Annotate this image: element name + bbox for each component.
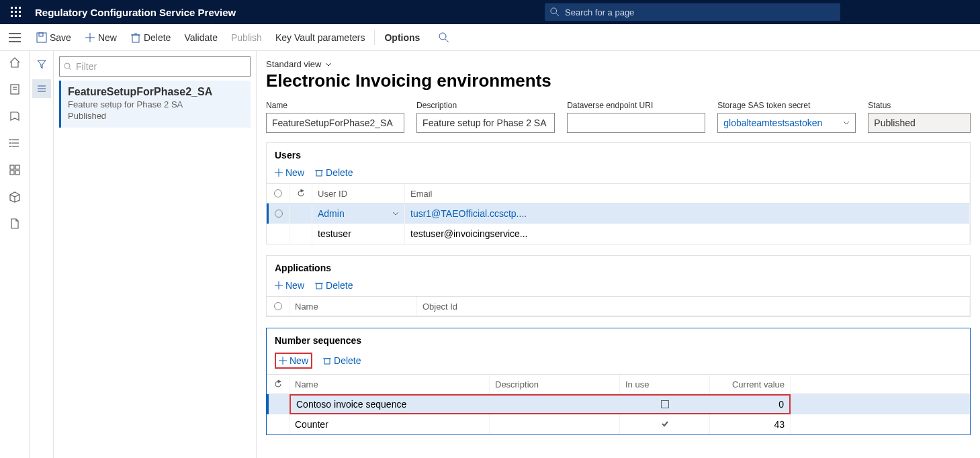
users-new-button[interactable]: New — [275, 167, 304, 178]
svg-rect-32 — [10, 165, 14, 169]
description-label: Description — [416, 101, 555, 110]
plus-icon — [279, 357, 287, 365]
table-row[interactable]: Contoso invoice sequence 0 — [267, 394, 970, 414]
description-field[interactable]: Feature setup for Phase 2 SA — [416, 113, 555, 133]
refresh-icon[interactable] — [274, 380, 282, 388]
select-all-radio[interactable] — [274, 302, 282, 310]
select-all-radio[interactable] — [274, 189, 282, 197]
favorites-icon[interactable] — [9, 110, 21, 122]
svg-rect-7 — [15, 15, 17, 17]
trash-icon — [315, 281, 323, 289]
svg-rect-34 — [10, 171, 14, 175]
global-search[interactable]: Search for a page — [545, 3, 840, 21]
users-delete-button[interactable]: Delete — [315, 167, 353, 178]
list-item-state: Published — [68, 111, 244, 121]
app-title: Regulatory Configuration Service Preview — [35, 7, 236, 18]
apps-new-button[interactable]: New — [275, 280, 304, 291]
seq-inuse-header[interactable]: In use — [620, 375, 710, 394]
users-panel-title: Users — [267, 143, 970, 167]
svg-rect-6 — [11, 15, 13, 17]
svg-line-43 — [69, 68, 71, 70]
plus-icon — [275, 169, 283, 177]
svg-rect-15 — [39, 33, 43, 36]
svg-rect-4 — [15, 11, 17, 13]
document-icon[interactable] — [9, 218, 21, 230]
trash-icon — [130, 32, 141, 43]
hamburger-icon[interactable] — [0, 24, 30, 50]
object-id-header[interactable]: Object Id — [417, 297, 970, 316]
status-field: Published — [868, 113, 971, 133]
seq-desc-header[interactable]: Description — [490, 375, 620, 394]
recent-icon[interactable] — [9, 83, 21, 95]
divider — [374, 30, 375, 45]
filter-input[interactable]: Filter — [59, 56, 251, 77]
waffle-icon[interactable] — [5, 7, 27, 17]
options-button[interactable]: Options — [377, 24, 427, 50]
search-icon — [64, 62, 72, 71]
validate-button[interactable]: Validate — [177, 24, 224, 50]
trash-icon — [323, 357, 331, 365]
module-icon[interactable] — [9, 164, 21, 176]
list-panel: Filter FeatureSetupForPhase2_SA Feature … — [54, 51, 257, 458]
list-item-subtitle: Feature setup for Phase 2 SA — [68, 99, 244, 109]
package-icon[interactable] — [9, 191, 21, 203]
user-id-header[interactable]: User ID — [312, 184, 405, 203]
left-navigation-rail — [0, 51, 30, 458]
applications-panel: Applications New Delete Name Object Id — [266, 255, 971, 317]
list-icon[interactable] — [9, 137, 21, 149]
list-item[interactable]: FeatureSetupForPhase2_SA Feature setup f… — [59, 81, 251, 128]
save-button[interactable]: Save — [30, 24, 78, 50]
top-bar: Regulatory Configuration Service Preview… — [0, 0, 980, 24]
name-field[interactable]: FeatureSetupForPhase2_SA — [266, 113, 404, 133]
svg-point-21 — [439, 33, 446, 40]
list-toggle[interactable] — [32, 79, 51, 98]
svg-point-29 — [9, 140, 10, 140]
table-row[interactable]: Admin tusr1@TAEOfficial.ccsctp.... — [267, 203, 970, 224]
publish-button: Publish — [224, 24, 269, 50]
row-radio[interactable] — [275, 210, 283, 218]
page-search-button[interactable] — [432, 24, 459, 50]
svg-rect-18 — [132, 35, 139, 42]
search-icon — [439, 32, 449, 43]
in-use-checkbox[interactable] — [661, 400, 669, 408]
number-sequences-panel: Number sequences New Delete Name Descrip… — [266, 328, 971, 435]
svg-line-36 — [10, 195, 15, 197]
delete-button[interactable]: Delete — [124, 24, 177, 50]
new-button[interactable]: New — [78, 24, 124, 50]
app-name-header[interactable]: Name — [289, 297, 417, 316]
svg-line-22 — [445, 39, 449, 42]
sas-field[interactable]: globalteamtestsastoken — [717, 113, 856, 133]
svg-rect-1 — [15, 7, 17, 9]
key-vault-button[interactable]: Key Vault parameters — [269, 24, 372, 50]
in-use-check-icon — [661, 419, 669, 430]
action-bar: Save New Delete Validate Publish Key Vau… — [0, 24, 980, 51]
svg-rect-0 — [11, 7, 13, 9]
filter-toggle[interactable] — [32, 55, 51, 74]
dataverse-field[interactable] — [567, 113, 705, 133]
svg-rect-46 — [316, 171, 322, 176]
status-label: Status — [868, 101, 971, 110]
seq-name-header[interactable]: Name — [289, 375, 490, 394]
chevron-down-icon[interactable] — [392, 210, 399, 217]
table-row[interactable]: testuser testuser@invoicingservice... — [267, 224, 970, 244]
number-sequences-title: Number sequences — [267, 328, 970, 353]
apps-delete-button[interactable]: Delete — [315, 280, 353, 291]
plus-icon — [85, 32, 95, 43]
svg-line-37 — [15, 195, 19, 197]
table-row[interactable]: Counter 43 — [267, 414, 970, 434]
svg-rect-14 — [37, 33, 46, 42]
svg-rect-5 — [19, 11, 21, 13]
numseq-delete-button[interactable]: Delete — [323, 353, 361, 369]
apps-grid-header: Name Object Id — [267, 296, 970, 316]
refresh-icon[interactable] — [297, 189, 305, 197]
email-header[interactable]: Email — [405, 184, 970, 203]
view-selector[interactable]: Standard view — [266, 59, 971, 69]
search-icon — [550, 7, 560, 17]
home-icon[interactable] — [9, 56, 21, 68]
seq-value-header[interactable]: Current value — [710, 375, 791, 394]
users-grid-header: User ID Email — [267, 183, 970, 203]
svg-point-30 — [9, 143, 10, 144]
numseq-new-button[interactable]: New — [275, 353, 312, 369]
main-content: Standard view Electronic Invoicing envir… — [257, 51, 980, 458]
svg-point-31 — [9, 146, 10, 147]
